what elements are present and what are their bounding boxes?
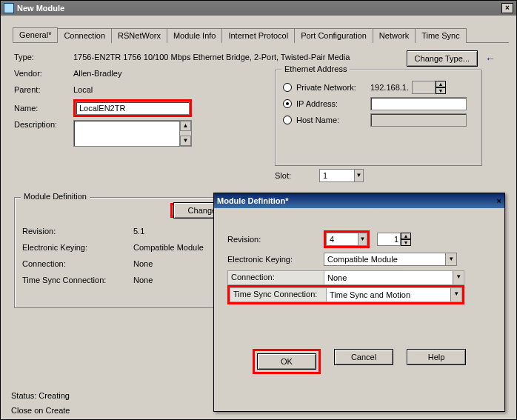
dlg-revision-major-combo[interactable]: ▼	[326, 233, 367, 246]
close-icon[interactable]: ×	[501, 3, 513, 13]
dlg-tsc-label: Time Sync Connection:	[230, 288, 327, 301]
host-name-label: Host Name:	[296, 116, 370, 124]
spin-up-icon[interactable]: ▲	[401, 233, 411, 239]
mdef-connection-label: Connection:	[22, 259, 133, 268]
private-network-label: Private Network:	[296, 83, 370, 92]
parent-value: Local	[73, 85, 93, 94]
dlg-connection-label: Connection:	[228, 271, 324, 284]
private-network-prefix: 192.168.1.	[370, 83, 412, 92]
dlg-tsc-combo[interactable]: ▼	[327, 288, 461, 301]
status-row: Status: Creating	[11, 391, 70, 400]
slot-label: Slot:	[275, 171, 312, 180]
slot-combo[interactable]: ▼	[319, 169, 364, 182]
tab-general[interactable]: General*	[13, 27, 58, 42]
scroll-down-icon[interactable]: ▼	[180, 136, 191, 146]
mdef-tsc-label: Time Sync Connection:	[22, 276, 133, 284]
close-on-create: Close on Create	[11, 406, 70, 415]
private-network-radio[interactable]	[283, 83, 292, 92]
status-value: Creating	[39, 391, 70, 400]
dlg-revision-highlight: ▼	[324, 230, 370, 248]
vendor-value: Allen-Bradley	[73, 69, 121, 78]
dialog-titlebar: Module Definition* ×	[214, 193, 504, 208]
mdef-keying-label: Electronic Keying:	[22, 243, 133, 252]
mdef-connection-value: None	[133, 259, 153, 268]
ethernet-legend: Ethernet Address	[281, 64, 350, 73]
private-network-spinner[interactable]: ▲▼	[412, 81, 446, 94]
spin-down-icon[interactable]: ▼	[436, 87, 446, 94]
host-name-radio[interactable]	[283, 116, 292, 124]
dlg-tsc-value[interactable]	[327, 288, 450, 301]
mdef-tsc-value: None	[133, 276, 153, 284]
tab-strip: General* Connection RSNetWorx Module Inf…	[13, 27, 509, 43]
dlg-revision-major[interactable]	[327, 233, 358, 245]
tab-module-info[interactable]: Module Info	[167, 28, 222, 43]
tab-port-configuration[interactable]: Port Configuration	[294, 28, 373, 43]
dlg-revision-minor[interactable]	[377, 233, 401, 246]
close-on-create-label: Close on Create	[11, 406, 70, 415]
dlg-tsc-highlight: Time Sync Connection: ▼	[227, 285, 464, 304]
mdef-revision-value: 5.1	[133, 227, 144, 236]
mdef-revision-label: Revision:	[22, 227, 133, 236]
description-scrollbar[interactable]: ▲ ▼	[179, 121, 191, 146]
dlg-keying-label: Electronic Keying:	[227, 255, 324, 264]
help-button[interactable]: Help	[407, 349, 466, 365]
module-definition-dialog: Module Definition* × Revision: ▼ ▲▼ Elec…	[213, 193, 505, 412]
mdef-keying-value: Compatible Module	[133, 243, 204, 252]
tab-time-sync[interactable]: Time Sync	[415, 28, 467, 43]
dlg-connection-combo[interactable]: ▼	[324, 271, 464, 284]
type-value: 1756-EN2TR 1756 10/100 Mbps Ethernet Bri…	[73, 53, 350, 61]
dialog-close-icon[interactable]: ×	[497, 196, 501, 205]
dlg-revision-minor-spinner[interactable]: ▲▼	[377, 233, 411, 246]
spin-up-icon[interactable]: ▲	[436, 81, 446, 87]
dlg-keying-value[interactable]	[324, 253, 445, 265]
name-highlight	[73, 99, 192, 117]
window-title: New Module	[17, 4, 64, 13]
description-text	[74, 121, 179, 146]
dialog-title: Module Definition*	[217, 196, 289, 205]
ok-button[interactable]: OK	[257, 353, 316, 370]
description-label: Description:	[14, 120, 73, 129]
type-label: Type:	[14, 53, 73, 61]
change-type-button[interactable]: Change Type...	[407, 50, 478, 67]
titlebar: New Module ×	[1, 1, 516, 16]
scroll-up-icon[interactable]: ▲	[180, 121, 191, 131]
chevron-down-icon[interactable]: ▼	[354, 170, 363, 181]
tab-connection[interactable]: Connection	[57, 28, 112, 43]
dlg-keying-combo[interactable]: ▼	[324, 253, 457, 266]
general-tab-content: Change Type... ← Type: 1756-EN2TR 1756 1…	[1, 43, 516, 157]
tab-rsnetworx[interactable]: RSNetWorx	[111, 28, 167, 43]
ip-address-label: IP Address:	[296, 99, 370, 108]
window-icon	[4, 3, 14, 13]
chevron-down-icon[interactable]: ▼	[450, 288, 461, 301]
ok-button-highlight: OK	[253, 349, 321, 374]
tab-internet-protocol[interactable]: Internet Protocol	[221, 28, 295, 43]
parent-label: Parent:	[14, 85, 73, 94]
description-input[interactable]: ▲ ▼	[73, 120, 192, 147]
tab-network[interactable]: Network	[373, 28, 416, 43]
vendor-label: Vendor:	[14, 69, 73, 78]
module-definition-legend: Module Definition	[21, 192, 90, 201]
host-name-input[interactable]	[370, 113, 467, 127]
status-label: Status:	[11, 391, 36, 400]
name-label: Name:	[14, 104, 73, 113]
dlg-revision-label: Revision:	[227, 235, 324, 244]
chevron-down-icon[interactable]: ▼	[358, 233, 367, 245]
cancel-button[interactable]: Cancel	[334, 349, 393, 365]
private-network-value[interactable]	[412, 81, 436, 94]
chevron-down-icon[interactable]: ▼	[445, 253, 456, 265]
name-input[interactable]	[76, 101, 190, 115]
slot-value[interactable]	[320, 170, 354, 181]
ip-address-input[interactable]	[370, 97, 467, 110]
dlg-connection-value[interactable]	[324, 271, 453, 284]
ethernet-address-group: Ethernet Address Private Network: 192.16…	[275, 70, 482, 166]
back-arrow-icon[interactable]: ←	[485, 53, 496, 64]
chevron-down-icon[interactable]: ▼	[453, 271, 464, 284]
ip-address-radio[interactable]	[283, 99, 292, 108]
spin-down-icon[interactable]: ▼	[401, 239, 411, 246]
